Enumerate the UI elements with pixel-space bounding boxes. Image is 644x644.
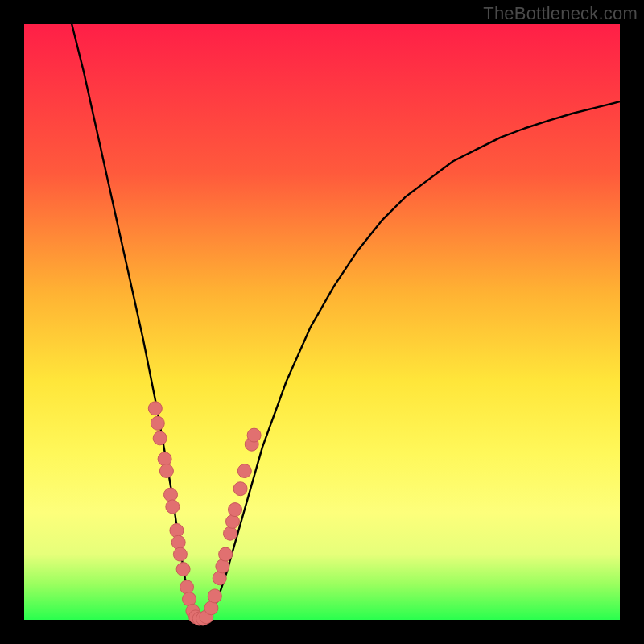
watermark-text: TheBottleneck.com xyxy=(483,3,638,24)
chart-plot-area xyxy=(24,24,620,620)
